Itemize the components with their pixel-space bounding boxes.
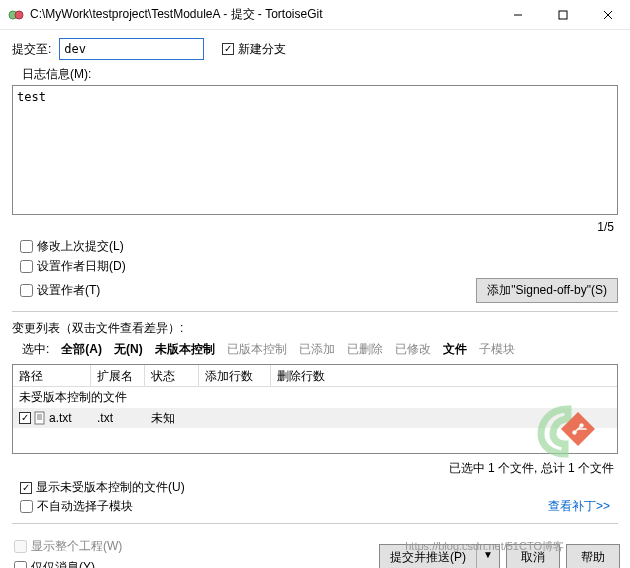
filter-deleted[interactable]: 已删除 (347, 341, 383, 358)
close-button[interactable] (585, 0, 630, 30)
amend-label: 修改上次提交(L) (37, 238, 124, 255)
changes-section-label: 变更列表（双击文件查看差异）: (12, 320, 618, 337)
group-unversioned-files: 未受版本控制的文件 (13, 387, 617, 408)
no-auto-select-submod-label: 不自动选择子模块 (37, 498, 133, 515)
dialog-content: 提交至: 新建分支 日志信息(M): 1/5 修改上次提交(L) 设置作者日期(… (0, 30, 630, 524)
set-author-date-label: 设置作者日期(D) (37, 258, 126, 275)
no-auto-select-submodule-checkbox[interactable]: 不自动选择子模块 (20, 498, 133, 515)
commit-push-button[interactable]: 提交并推送(P) (380, 545, 477, 569)
svg-rect-6 (35, 412, 44, 424)
file-ext: .txt (91, 409, 145, 427)
show-whole-project-label: 显示整个工程(W) (31, 538, 122, 555)
checkbox-icon (14, 561, 27, 568)
select-label: 选中: (22, 341, 49, 358)
col-path[interactable]: 路径 (13, 365, 91, 386)
file-status: 未知 (145, 408, 199, 429)
show-whole-project-checkbox[interactable]: 显示整个工程(W) (14, 538, 122, 555)
commit-branch-input[interactable] (59, 38, 204, 60)
window-title: C:\MyWork\testproject\TestModuleA - 提交 -… (30, 6, 495, 23)
filter-versioned[interactable]: 已版本控制 (227, 341, 287, 358)
new-branch-label: 新建分支 (238, 41, 286, 58)
commit-message-textarea[interactable] (12, 85, 618, 215)
new-branch-checkbox[interactable]: 新建分支 (222, 41, 286, 58)
checkbox-icon (20, 500, 33, 513)
col-added-lines[interactable]: 添加行数 (199, 365, 271, 386)
checkbox-icon (20, 260, 33, 273)
checkbox-icon (20, 482, 32, 494)
signed-off-by-button[interactable]: 添加"Signed-off-by"(S) (476, 278, 618, 303)
message-only-checkbox[interactable]: 仅仅消息(Y) (14, 559, 122, 568)
log-message-label: 日志信息(M): (22, 66, 618, 83)
filter-row: 选中: 全部(A) 无(N) 未版本控制 已版本控制 已添加 已删除 已修改 文… (22, 341, 618, 358)
checkbox-icon (222, 43, 234, 55)
checkbox-icon (20, 240, 33, 253)
app-icon (8, 7, 24, 23)
col-status[interactable]: 状态 (145, 365, 199, 386)
commit-to-row: 提交至: 新建分支 (12, 38, 618, 60)
row-checkbox-icon[interactable] (19, 412, 31, 424)
window-controls (495, 0, 630, 30)
show-unversioned-checkbox[interactable]: 显示未受版本控制的文件(U) (20, 479, 185, 496)
amend-last-commit-checkbox[interactable]: 修改上次提交(L) (20, 238, 124, 255)
footer: 显示整个工程(W) 仅仅消息(Y) 提交并推送(P) ▼ 取消 帮助 (0, 532, 630, 568)
commit-to-label: 提交至: (12, 41, 51, 58)
table-header: 路径 扩展名 状态 添加行数 删除行数 (13, 365, 617, 387)
filter-unversioned[interactable]: 未版本控制 (155, 341, 215, 358)
filter-none[interactable]: 无(N) (114, 341, 143, 358)
minimize-button[interactable] (495, 0, 540, 30)
char-counter: 1/5 (12, 220, 614, 234)
col-ext[interactable]: 扩展名 (91, 365, 145, 386)
checkbox-icon (20, 284, 33, 297)
filter-all[interactable]: 全部(A) (61, 341, 102, 358)
filter-submodules[interactable]: 子模块 (479, 341, 515, 358)
divider (12, 311, 618, 312)
filter-files[interactable]: 文件 (443, 341, 467, 358)
message-only-label: 仅仅消息(Y) (31, 559, 95, 568)
filter-modified[interactable]: 已修改 (395, 341, 431, 358)
filter-added[interactable]: 已添加 (299, 341, 335, 358)
commit-push-split-button[interactable]: 提交并推送(P) ▼ (379, 544, 500, 569)
table-row[interactable]: a.txt .txt 未知 (13, 408, 617, 428)
show-unversioned-label: 显示未受版本控制的文件(U) (36, 479, 185, 496)
maximize-button[interactable] (540, 0, 585, 30)
svg-point-1 (15, 11, 23, 19)
file-name: a.txt (49, 411, 72, 425)
set-author-checkbox[interactable]: 设置作者(T) (20, 282, 100, 299)
view-patch-link[interactable]: 查看补丁>> (548, 498, 610, 515)
commit-push-dropdown-arrow[interactable]: ▼ (477, 545, 499, 569)
svg-point-12 (571, 429, 577, 435)
col-deleted-lines[interactable]: 删除行数 (271, 365, 617, 386)
titlebar: C:\MyWork\testproject\TestModuleA - 提交 -… (0, 0, 630, 30)
selection-status: 已选中 1 个文件, 总计 1 个文件 (12, 460, 614, 477)
divider (12, 523, 618, 524)
cancel-button[interactable]: 取消 (506, 544, 560, 569)
changes-table[interactable]: 路径 扩展名 状态 添加行数 删除行数 未受版本控制的文件 a.txt .txt… (12, 364, 618, 454)
set-author-label: 设置作者(T) (37, 282, 100, 299)
set-author-date-checkbox[interactable]: 设置作者日期(D) (20, 258, 126, 275)
help-button[interactable]: 帮助 (566, 544, 620, 569)
checkbox-icon (14, 540, 27, 553)
file-icon (33, 411, 47, 425)
svg-rect-3 (559, 11, 567, 19)
